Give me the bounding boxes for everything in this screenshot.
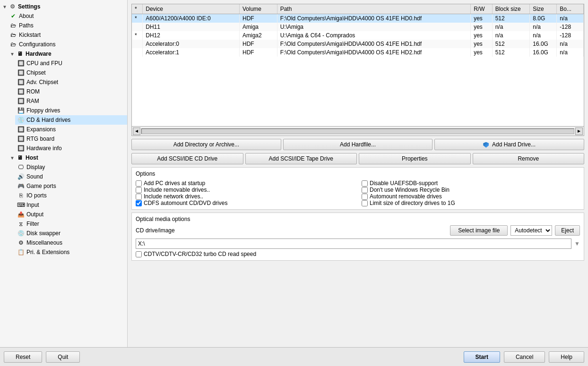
sidebar-item-about[interactable]: ✔ About bbox=[8, 11, 127, 21]
sidebar-label-expansions: Expansions bbox=[26, 126, 56, 133]
drives-table-container[interactable]: * Device Volume Path R/W Block size Size… bbox=[131, 4, 584, 127]
sidebar-item-chipset[interactable]: 🔲 Chipset bbox=[15, 68, 127, 77]
scroll-track[interactable] bbox=[141, 128, 574, 134]
cell-bo: n/a bbox=[557, 48, 584, 57]
sidebar-item-rtg-board[interactable]: 🔲 RTG board bbox=[15, 134, 127, 144]
sidebar-item-disk-swapper[interactable]: 💿 Disk swapper bbox=[15, 229, 127, 238]
sidebar-label-io: IO ports bbox=[26, 192, 47, 199]
display-icon: 🖵 bbox=[17, 163, 25, 171]
sidebar-item-settings[interactable]: ▼ ⚙ Settings bbox=[0, 2, 127, 11]
checkbox-no-recycle[interactable] bbox=[362, 187, 368, 193]
sidebar-item-input[interactable]: ⌨ Input bbox=[15, 200, 127, 210]
sidebar-item-display[interactable]: 🖵 Display bbox=[15, 162, 127, 172]
sidebar-item-hardware-info[interactable]: 🔲 Hardware info bbox=[15, 144, 127, 153]
cell-path: U:\Amiga & C64 - Comprados bbox=[277, 31, 471, 40]
misc-icon: ⚙ bbox=[17, 239, 25, 247]
sidebar-item-miscellaneous[interactable]: ⚙ Miscellaneous bbox=[15, 238, 127, 247]
sidebar-item-kickstart[interactable]: 🗁 Kickstart bbox=[8, 30, 127, 40]
sidebar-item-configurations[interactable]: 🗁 Configurations bbox=[8, 40, 127, 49]
sidebar-item-game-ports[interactable]: 🎮 Game ports bbox=[15, 181, 127, 191]
hardware-icon: 🖥 bbox=[16, 50, 24, 58]
reset-btn[interactable]: Reset bbox=[4, 351, 42, 363]
scroll-right-btn[interactable]: ▶ bbox=[575, 128, 583, 135]
host-expand-icon: ▼ bbox=[9, 155, 15, 161]
settings-icon: ⚙ bbox=[9, 3, 16, 10]
shield-icon bbox=[483, 142, 489, 148]
help-btn[interactable]: Help bbox=[549, 351, 584, 363]
sidebar-label-configurations: Configurations bbox=[19, 41, 55, 48]
properties-btn[interactable]: Properties bbox=[359, 153, 471, 164]
cell-size: 16.0G bbox=[530, 48, 557, 57]
cell-rw: yes bbox=[471, 40, 493, 48]
sidebar-label-floppy: Floppy drives bbox=[26, 107, 60, 114]
sidebar-item-io-ports[interactable]: ⎘ IO ports bbox=[15, 191, 127, 200]
checkbox-include-network[interactable] bbox=[136, 194, 142, 200]
label-include-network: Include network drives.. bbox=[144, 193, 203, 200]
cell-size: n/a bbox=[530, 23, 557, 31]
table-row[interactable]: Accelerator:0HDFF:\Old Computers\Amiga\H… bbox=[132, 40, 584, 48]
table-row[interactable]: DH11AmigaU:\Amigayesn/an/a-128 bbox=[132, 23, 584, 31]
cell-rw: yes bbox=[471, 14, 493, 23]
add-scsi-cd-btn[interactable]: Add SCSI/IDE CD Drive bbox=[131, 153, 243, 164]
options-right: Disable UAEFSDB-supportDon't use Windows… bbox=[362, 180, 580, 206]
checkbox-include-removable[interactable] bbox=[136, 187, 142, 193]
add-hard-drive-btn[interactable]: Add Hard Drive... bbox=[434, 139, 584, 150]
cancel-btn[interactable]: Cancel bbox=[504, 351, 545, 363]
sidebar-label-about: About bbox=[19, 13, 34, 19]
cell-device: A600/A1200/A4000 IDE:0 bbox=[143, 14, 240, 23]
cell-path: F:\Old Computers\Amiga\HDD\A4000 OS 41FE… bbox=[277, 48, 471, 57]
dropdown-arrow[interactable]: ▼ bbox=[574, 240, 580, 247]
sidebar-item-cd-hard[interactable]: 💿 CD & Hard drives bbox=[15, 115, 127, 125]
cpu-icon: 🔲 bbox=[17, 60, 25, 67]
sidebar-item-sound[interactable]: 🔊 Sound bbox=[15, 172, 127, 181]
cdtv-checkbox[interactable] bbox=[136, 251, 142, 257]
label-no-recycle: Don't use Windows Recycle Bin bbox=[370, 187, 450, 193]
cell-path: F:\Old Computers\Amiga\HDD\A4000 OS 41FE… bbox=[277, 40, 471, 48]
checkbox-cdfs-automount[interactable] bbox=[136, 200, 142, 206]
scroll-left-btn[interactable]: ◀ bbox=[133, 128, 140, 135]
drive-path-row: ▼ bbox=[136, 238, 580, 249]
sidebar-item-rom[interactable]: 🔲 ROM bbox=[15, 87, 127, 96]
sidebar-item-paths[interactable]: 🗁 Paths bbox=[8, 21, 127, 30]
add-hardfile-btn[interactable]: Add Hardfile... bbox=[283, 139, 433, 150]
cell-volume: Amiga bbox=[240, 23, 277, 31]
drive-path-input[interactable] bbox=[136, 238, 571, 249]
sidebar-item-output[interactable]: 📤 Output bbox=[15, 210, 127, 219]
horizontal-scrollbar[interactable]: ◀ ▶ bbox=[131, 127, 584, 136]
remove-btn[interactable]: Remove bbox=[473, 153, 585, 164]
add-scsi-tape-btn[interactable]: Add SCSI/IDE Tape Drive bbox=[245, 153, 357, 164]
io-icon: ⎘ bbox=[17, 192, 25, 199]
table-row[interactable]: *A600/A1200/A4000 IDE:0HDFF:\Old Compute… bbox=[132, 14, 584, 23]
cell-device: Accelerator:1 bbox=[143, 48, 240, 57]
sidebar-item-floppy[interactable]: 💾 Floppy drives bbox=[15, 106, 127, 115]
rom-icon: 🔲 bbox=[17, 88, 25, 95]
autodetect-select[interactable]: AutodetectNoneCD32CDTV bbox=[510, 225, 552, 236]
option-row-automount-removable: Automount removable drives bbox=[362, 193, 580, 200]
cell-volume: Amiga2 bbox=[240, 31, 277, 40]
select-image-btn[interactable]: Select image file bbox=[450, 225, 508, 236]
option-row-add-pc-drives: Add PC drives at startup bbox=[136, 180, 354, 187]
checkbox-limit-size[interactable] bbox=[362, 200, 368, 206]
checkbox-automount-removable[interactable] bbox=[362, 194, 368, 200]
eject-btn[interactable]: Eject bbox=[555, 225, 580, 236]
sidebar-item-cpu-fpu[interactable]: 🔲 CPU and FPU bbox=[15, 59, 127, 68]
sidebar-item-hardware[interactable]: ▼ 🖥 Hardware bbox=[8, 49, 127, 59]
table-row[interactable]: Accelerator:1HDFF:\Old Computers\Amiga\H… bbox=[132, 48, 584, 57]
start-btn[interactable]: Start bbox=[464, 351, 500, 363]
table-row[interactable]: *DH12Amiga2U:\Amiga & C64 - Compradosyes… bbox=[132, 31, 584, 40]
add-directory-btn[interactable]: Add Directory or Archive... bbox=[131, 139, 281, 150]
sidebar-item-filter[interactable]: ⧖ Filter bbox=[15, 219, 127, 229]
sidebar-item-pri-extensions[interactable]: 📋 Pri. & Extensions bbox=[15, 247, 127, 257]
sidebar-item-host[interactable]: ▼ 🖥 Host bbox=[8, 153, 127, 162]
checkbox-add-pc-drives[interactable] bbox=[136, 180, 142, 187]
col-blocksize: Block size bbox=[492, 4, 530, 14]
option-row-limit-size: Limit size of directory drives to 1G bbox=[362, 200, 580, 206]
sidebar-item-ram[interactable]: 🔲 RAM bbox=[15, 96, 127, 106]
cell-blocksize: n/a bbox=[492, 23, 530, 31]
option-row-include-network: Include network drives.. bbox=[136, 193, 354, 200]
sidebar-label-gameports: Game ports bbox=[26, 183, 56, 189]
checkbox-disable-uaefsdb[interactable] bbox=[362, 180, 368, 187]
quit-btn[interactable]: Quit bbox=[46, 351, 80, 363]
sidebar-item-adv-chipset[interactable]: 🔲 Adv. Chipset bbox=[15, 77, 127, 87]
sidebar-item-expansions[interactable]: 🔲 Expansions bbox=[15, 125, 127, 134]
